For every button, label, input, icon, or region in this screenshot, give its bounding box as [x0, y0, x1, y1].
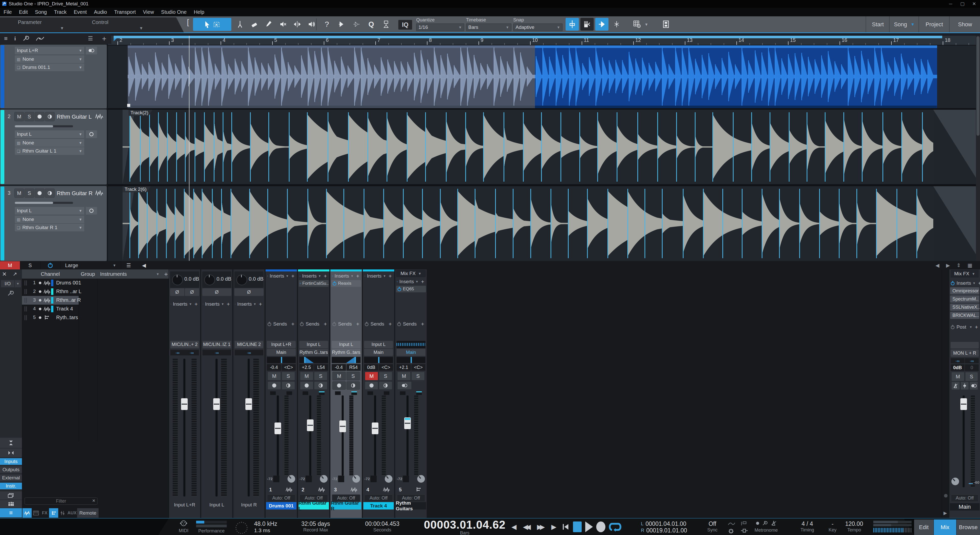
clip-fade-handle[interactable]: [127, 104, 130, 107]
input-gain-box[interactable]: 0.0 dB: [202, 271, 231, 288]
strip-pan-knob[interactable]: [320, 475, 328, 483]
strip-fader-handle[interactable]: [339, 421, 346, 432]
strip-fader-slot[interactable]: [309, 395, 311, 476]
gain-knob[interactable]: [172, 275, 183, 285]
channel-name[interactable]: Ryth..tars: [56, 314, 78, 321]
strip-name-label[interactable]: Drums 001: [266, 502, 296, 510]
collapse-horizontal-button[interactable]: [0, 449, 22, 457]
mute-button[interactable]: M: [14, 189, 24, 198]
track1-monitor-button[interactable]: [86, 47, 97, 54]
track-color-bar[interactable]: [0, 110, 4, 184]
track-volume-slider[interactable]: [15, 125, 73, 127]
guitar-l-clip-label[interactable]: Track(2): [129, 110, 153, 116]
volume-value[interactable]: +2.1: [396, 364, 411, 371]
monitor-button[interactable]: [379, 381, 392, 390]
drag-handle[interactable]: [24, 315, 25, 320]
song-page-button[interactable]: Song▼: [889, 16, 919, 32]
record-dot-icon[interactable]: [39, 308, 41, 310]
strip-solo-button[interactable]: S: [282, 372, 295, 380]
strip-fader-handle[interactable]: [307, 419, 313, 431]
inserts-header[interactable]: Inserts▼＋: [235, 300, 263, 308]
channel-list-row[interactable]: 1Drums 001: [22, 279, 169, 287]
master-fader-handle[interactable]: [960, 398, 967, 410]
help-icon[interactable]: ?: [320, 18, 333, 31]
input-fader-handle[interactable]: [181, 398, 188, 410]
pan-marker[interactable]: [281, 357, 282, 363]
strip-fader-handle[interactable]: [404, 418, 411, 429]
playhead-cursor[interactable]: [189, 36, 189, 261]
drag-handle[interactable]: [26, 306, 27, 311]
gear-icon[interactable]: [728, 529, 734, 534]
close-icon[interactable]: ✕: [968, 0, 980, 8]
solo-button[interactable]: S: [24, 189, 34, 198]
master-automation-button[interactable]: Auto: Off: [951, 494, 978, 502]
metronome-icon[interactable]: [951, 382, 960, 390]
strip-pan-bar[interactable]: [267, 357, 296, 363]
track-header-guitar-l[interactable]: 2 M S Rthm Guitar L Input L▼ ▥None▼ ❏Rth…: [0, 110, 107, 184]
channel-name[interactable]: Drums 001: [56, 280, 81, 286]
strip-name-label[interactable]: Rthm Guitar R: [331, 502, 361, 510]
metronome-icon[interactable]: [771, 521, 776, 526]
channel-list-row[interactable]: 4Track 4: [22, 305, 169, 313]
drag-handle[interactable]: [24, 298, 25, 303]
strip-output-label[interactable]: Main: [364, 349, 393, 356]
record-arm-button[interactable]: [35, 112, 45, 121]
master-insert-sslnativex-[interactable]: SSLNativeX..▼: [950, 303, 979, 311]
guitar-l-clip-waveform[interactable]: [123, 110, 980, 184]
menu-help[interactable]: Help: [190, 8, 208, 16]
record-dot-icon[interactable]: [39, 299, 41, 302]
track-size-dropdown[interactable]: Large▼: [60, 261, 121, 270]
track1-layer-dropdown[interactable]: ❏Drums 001.1▼: [15, 64, 84, 71]
global-mute-button[interactable]: M: [0, 261, 20, 270]
detach-console-icon[interactable]: ↗: [13, 271, 17, 277]
drag-handle[interactable]: [24, 306, 25, 311]
snap-dropdown[interactable]: Adaptive▼: [513, 24, 563, 31]
keys-toggle-icon[interactable]: [581, 18, 594, 31]
master-cue-box[interactable]: [951, 342, 979, 349]
menu-audio[interactable]: Audio: [91, 8, 111, 16]
loop-range-bar[interactable]: [114, 36, 942, 38]
insert-plugin-eq65[interactable]: EQ65: [396, 286, 426, 292]
strip-input-label[interactable]: Input L: [364, 341, 393, 348]
remote-button[interactable]: Remote: [77, 508, 99, 518]
parameter-dropdown-icon[interactable]: ▼: [60, 26, 64, 31]
record-arm-button[interactable]: [35, 189, 45, 198]
monitor-button[interactable]: [282, 381, 295, 390]
input-name[interactable]: MIC/LIN..+ 2: [170, 341, 199, 348]
volume-value[interactable]: -0.4: [332, 364, 346, 371]
phase-invert-button[interactable]: Ø: [170, 288, 185, 296]
loop-locators[interactable]: L00001.04.01.00 R00019.01.01.00: [641, 521, 687, 534]
track-color-bar[interactable]: [0, 186, 4, 260]
channel-name[interactable]: Rthm ..ar L: [56, 289, 81, 294]
timebase-dropdown[interactable]: Bars▼: [466, 24, 511, 31]
quantize-dropdown[interactable]: 1/16▼: [416, 24, 464, 31]
q-icon[interactable]: Q: [365, 18, 378, 31]
inserts-header[interactable]: Inserts▼＋: [299, 273, 328, 279]
phase-invert-button[interactable]: Ø: [202, 288, 231, 296]
show-external-button[interactable]: External: [0, 475, 22, 481]
arrange-vertical-scrollbar[interactable]: [976, 36, 980, 261]
mute-button[interactable]: M: [14, 112, 24, 121]
pan-marker[interactable]: [378, 357, 379, 363]
key-display[interactable]: -Key: [829, 521, 837, 533]
input-gain-box[interactable]: 0.0 dB: [170, 271, 199, 288]
strip-fader-slot[interactable]: [407, 395, 409, 476]
pan-value[interactable]: R54: [347, 364, 361, 371]
snap-arrow-toggle-icon[interactable]: [595, 18, 608, 31]
scroll-left-icon[interactable]: ◀: [136, 261, 152, 270]
track-header-guitar-r[interactable]: 3 M S Rthm Guitar R Input L▼ ▥None▼ ❏Rth…: [0, 186, 107, 261]
h-zoom-out-icon[interactable]: ◀: [935, 262, 939, 268]
control-dropdown-icon[interactable]: ▼: [139, 26, 143, 31]
input-fader-handle[interactable]: [213, 398, 220, 410]
strip-pan-bar[interactable]: [396, 357, 425, 363]
menu-view[interactable]: View: [139, 8, 158, 16]
clear-filter-icon[interactable]: ✕: [92, 498, 95, 503]
range-tool-icon[interactable]: [213, 21, 220, 28]
monitor-button[interactable]: [45, 189, 55, 198]
metronome-wrench-icon[interactable]: [762, 521, 768, 526]
channel-name[interactable]: Rthm..ar R: [56, 297, 81, 303]
channel-list-row[interactable]: 2Rthm ..ar L: [22, 287, 169, 296]
sends-header[interactable]: Sends＋: [299, 321, 328, 327]
fader-flip-icon[interactable]: [961, 382, 969, 390]
master-pan-value[interactable]: 0: [965, 364, 979, 371]
